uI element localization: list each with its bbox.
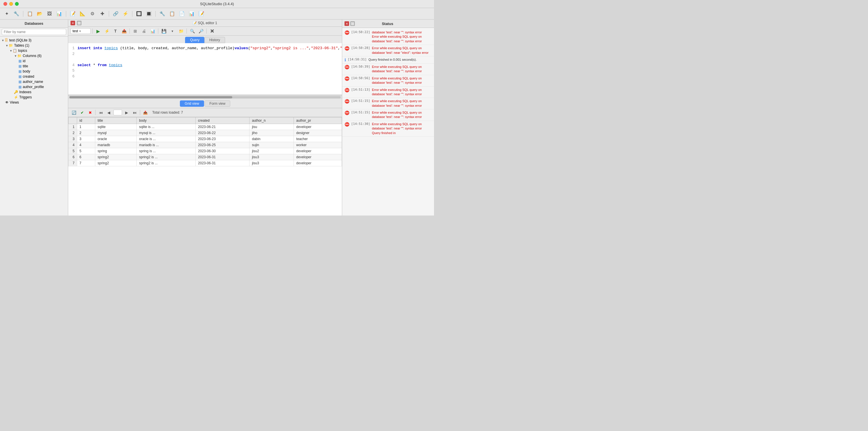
toolbar-btn-layout1[interactable]: 🔲 (135, 10, 143, 18)
format-btn[interactable]: T (112, 28, 119, 34)
cell-author-pr: developer (294, 124, 342, 130)
sql-editor-close-btn[interactable]: ✕ (70, 21, 75, 25)
close-button[interactable] (3, 2, 7, 6)
db-selector[interactable]: test ▼ (70, 28, 91, 34)
toolbar-btn-layout2[interactable]: 🔳 (145, 10, 153, 18)
sidebar-item-col-created[interactable]: ▦ created (0, 74, 68, 79)
columns-icon: 📁 (17, 54, 22, 58)
main-layout: Databases ▼ 🗄 test (SQLite 3) ▼ 📁 Tables… (0, 20, 434, 216)
toolbar-btn-bug[interactable]: 📋 (168, 10, 177, 18)
sidebar-item-triggers[interactable]: ⚡ Triggers (0, 95, 68, 100)
table-row[interactable]: 1 1 sqlite sqlite is ... 2023-06-21 jisu… (68, 124, 342, 130)
print-btn[interactable]: 🖨 (140, 28, 148, 34)
toolbar-btn-function[interactable]: ⚡ (121, 10, 130, 18)
maximize-button[interactable] (15, 2, 19, 6)
sidebar-item-columns[interactable]: ▼ 📁 Columns (6) (0, 53, 68, 58)
toolbar-btn-settings[interactable]: 🔧 (158, 10, 167, 18)
minimize-button[interactable] (9, 2, 13, 6)
col-header-rownum[interactable] (68, 117, 77, 124)
grid-rollback-btn[interactable]: ✖ (87, 109, 94, 116)
sidebar-item-topics[interactable]: ▼ 📋 topics (0, 48, 68, 53)
toolbar-btn-export[interactable]: 📄 (178, 10, 186, 18)
status-expand-btn[interactable]: ⬜ (350, 21, 355, 26)
sidebar-triggers-label: Triggers (19, 95, 32, 99)
grid-export-btn[interactable]: 📤 (142, 109, 149, 116)
run-selection-btn[interactable]: ⚡ (103, 28, 111, 34)
sidebar-item-indexes[interactable]: 🔑 Indexes (0, 90, 68, 95)
toolbar-btn-run[interactable]: ✦ (2, 10, 11, 18)
cell-author-n: jisu (250, 124, 294, 130)
toolbar-btn-trigger[interactable]: ✚ (98, 10, 106, 18)
table-row[interactable]: 7 7 spring2 spring2 is ... 2023-06-31 ji… (68, 160, 342, 166)
grid-commit-btn[interactable]: ✔ (79, 109, 86, 116)
query-history-tabs: Query History (68, 36, 342, 43)
toolbar-btn-import[interactable]: 📊 (187, 10, 196, 18)
save-dropdown-btn[interactable]: ▼ (169, 28, 176, 34)
form-view-tab[interactable]: Form view (205, 100, 230, 107)
col-header-author-pr[interactable]: author_pr (294, 117, 342, 124)
horizontal-scrollbar[interactable] (68, 95, 342, 99)
toolbar-btn-help[interactable]: 📝 (197, 10, 206, 18)
code-editor[interactable]: 1 2 3 4 5 6 insert into topics (title, b… (68, 43, 342, 95)
toolbar-btn-index[interactable]: ⚙ (88, 10, 97, 18)
scrollbar-thumb[interactable] (69, 96, 232, 98)
sidebar-item-col-id[interactable]: ▦ id (0, 58, 68, 64)
toolbar-btn-view[interactable]: 📐 (78, 10, 87, 18)
cell-title: oracle (95, 136, 136, 142)
table-row[interactable]: 3 3 oracle oracle is ... 2023-06-23 dabi… (68, 136, 342, 142)
toolbar-btn-config[interactable]: 🔧 (12, 10, 21, 18)
grid-first-btn[interactable]: ⏮ (97, 109, 104, 116)
sidebar-item-col-title[interactable]: ▦ title (0, 64, 68, 69)
col-header-title[interactable]: title (95, 117, 136, 124)
search-replace-btn[interactable]: 🔎 (197, 28, 205, 34)
cell-author-pr: developer (294, 154, 342, 160)
search-btn[interactable]: 🔍 (188, 28, 196, 34)
sidebar-filter-input[interactable] (2, 29, 66, 35)
col-header-author-n[interactable]: author_n (250, 117, 294, 124)
history-tab[interactable]: History (204, 37, 225, 43)
sidebar-item-tables[interactable]: ▼ 📁 Tables (1) (0, 43, 68, 48)
grid-last-btn[interactable]: ⏭ (131, 109, 138, 116)
grid-page-input[interactable]: 1 (114, 110, 122, 115)
status-time: [14:50:56] (351, 76, 370, 80)
code-content[interactable]: insert into topics (title, body, created… (78, 45, 342, 92)
data-table-wrapper[interactable]: id title body created author_n author_pr… (68, 117, 342, 216)
col-header-id[interactable]: id (77, 117, 95, 124)
sql-editor-expand-btn[interactable]: ⬜ (77, 21, 82, 25)
grid-refresh-btn[interactable]: 🔄 (70, 109, 78, 116)
toolbar-btn-open-db[interactable]: 📂 (35, 10, 44, 18)
open-btn[interactable]: 📁 (177, 28, 185, 34)
status-close-btn[interactable]: ✕ (344, 21, 349, 26)
cell-body: spring2 is ... (137, 160, 196, 166)
grid-next-btn[interactable]: ▶ (123, 109, 130, 116)
grid-btn[interactable]: 📊 (149, 28, 156, 34)
col-header-body[interactable]: body (137, 117, 196, 124)
split-h-btn[interactable]: ⊞ (131, 28, 139, 34)
db-icon: 🗄 (5, 38, 8, 42)
sidebar-item-col-author-profile[interactable]: ▦ author_profile (0, 84, 68, 90)
query-tab[interactable]: Query (185, 37, 204, 43)
sidebar-item-col-body[interactable]: ▦ body (0, 69, 68, 74)
col-header-created[interactable]: created (196, 117, 250, 124)
grid-prev-btn[interactable]: ◀ (105, 109, 112, 116)
toolbar-btn-sql-editor[interactable]: 🔗 (112, 10, 120, 18)
save-btn[interactable]: 💾 (160, 28, 167, 34)
table-row[interactable]: 4 4 mariadb mariadb is ... 2023-06-25 su… (68, 142, 342, 148)
cell-created: 2023-06-21 (196, 124, 250, 130)
grid-view-tab[interactable]: Grid view (180, 100, 204, 107)
sidebar-item-views[interactable]: 👁 Views (0, 100, 68, 105)
toolbar-btn-close-db[interactable]: 🖼 (45, 10, 54, 18)
run-query-btn[interactable]: ▶ (94, 28, 102, 34)
table-row[interactable]: 2 2 mysql mysql is ... 2023-06-22 jiho d… (68, 130, 342, 136)
status-item: ℹ [14:50:31] Query finished in 0.001 sec… (342, 56, 434, 64)
sidebar-col-created-label: created (23, 74, 34, 79)
close-editor-btn[interactable]: 🗙 (208, 28, 216, 34)
table-row[interactable]: 6 6 spring2 spring2 is ... 2023-06-31 ji… (68, 154, 342, 160)
toolbar-btn-new-db[interactable]: 📋 (26, 10, 34, 18)
explain-btn[interactable]: 📤 (120, 28, 128, 34)
toolbar-btn-refresh[interactable]: 📊 (55, 10, 64, 18)
table-row[interactable]: 5 5 spring spring is ... 2023-06-30 jisu… (68, 148, 342, 154)
sidebar-item-test-db[interactable]: ▼ 🗄 test (SQLite 3) (0, 38, 68, 43)
toolbar-btn-table[interactable]: 📝 (68, 10, 77, 18)
sidebar-item-col-author-name[interactable]: ▦ author_name (0, 79, 68, 84)
